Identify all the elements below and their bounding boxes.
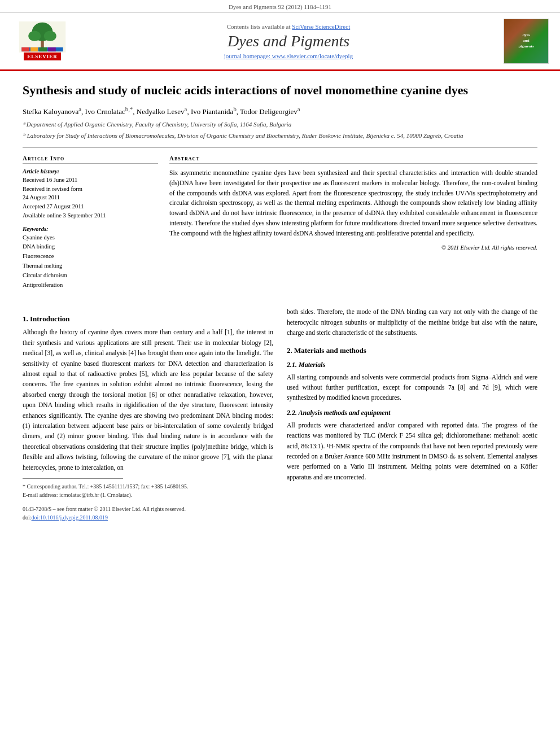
intro-para: Although the history of cyanine dyes cov… (23, 327, 273, 472)
affiliation-a: ᵃ Department of Applied Organic Chemistr… (23, 120, 537, 129)
copyright-text: © 2011 Elsevier Ltd. All rights reserved… (169, 244, 537, 251)
keyword-item: Cyanine dyes (23, 233, 158, 243)
svg-rect-6 (21, 47, 29, 51)
doi-link[interactable]: doi:10.1016/j.dyepig.2011.08.019 (32, 514, 108, 521)
article-info-panel: Article Info Article history: Received 1… (23, 155, 158, 296)
thumb-label: dyesandpigments (518, 33, 533, 49)
materials-heading: Materials and methods (294, 346, 366, 355)
footer-doi: doi:doi:10.1016/j.dyepig.2011.08.019 (23, 513, 273, 522)
footer-issn: 0143-7208/$ – see front matter © 2011 El… (23, 505, 273, 513)
materials-number: 2. (287, 346, 292, 355)
journal-reference-bar: Dyes and Pigments 92 (2012) 1184–1191 (0, 0, 560, 13)
right-intro-para: both sides. Therefore, the mode of the D… (287, 307, 537, 338)
sub2-number: 2.2. (287, 409, 297, 417)
main-content: Synthesis and study of nucleic acids int… (0, 71, 560, 533)
svg-rect-9 (48, 47, 56, 51)
body-right-col: both sides. Therefore, the mode of the D… (287, 307, 537, 521)
sub1-number: 2.1. (287, 361, 297, 369)
body-two-col: 1. Introduction Although the history of … (23, 307, 537, 521)
keywords-list: Cyanine dyes DNA binding Fluorescence Th… (23, 233, 158, 290)
sub1-heading: Materials (299, 361, 325, 369)
keyword-item: DNA binding (23, 242, 158, 252)
svg-point-3 (28, 30, 41, 41)
materials-sub1-title: 2.1. Materials (287, 361, 537, 369)
intro-number: 1. (23, 314, 28, 323)
footnote-corresponding: * Corresponding author. Tel.: +385 14561… (23, 482, 273, 491)
header-divider (23, 147, 537, 148)
keywords-section: Keywords: Cyanine dyes DNA binding Fluor… (23, 226, 158, 290)
intro-heading: Introduction (30, 314, 70, 323)
keyword-item: Antiproliferation (23, 281, 158, 290)
journal-title: Dyes and Pigments (73, 32, 504, 50)
abstract-heading: Abstract (169, 155, 537, 164)
article-title: Synthesis and study of nucleic acids int… (23, 82, 537, 99)
article-history: Article history: Received 16 June 2011 R… (23, 168, 158, 220)
footnote-email: E-mail address: icrnolatac@irb.hr (I. Cr… (23, 491, 273, 499)
keywords-label: Keywords: (23, 226, 158, 232)
available-date: Available online 3 September 2011 (23, 211, 158, 220)
svg-rect-7 (30, 47, 38, 51)
analysis-sub2-title: 2.2. Analysis methods and equipment (287, 409, 537, 417)
body-left-col: 1. Introduction Although the history of … (23, 307, 273, 521)
sciverse-text: Contents lists available at SciVerse Sci… (73, 23, 504, 30)
sub2-heading: Analysis methods and equipment (299, 409, 391, 417)
intro-title: 1. Introduction (23, 314, 273, 324)
abstract-text: Six asymmetric monomethine cyanine dyes … (169, 168, 537, 239)
materials-para: All starting compounds and solvents were… (287, 372, 537, 403)
journal-thumbnail: dyesandpigments (504, 19, 549, 64)
analysis-para: All products were characterized and/or c… (287, 420, 537, 482)
footnote-divider (23, 478, 123, 479)
body-text: 1. Introduction Although the history of … (23, 307, 537, 521)
article-info-heading: Article Info (23, 155, 158, 164)
abstract-panel: Abstract Six asymmetric monomethine cyan… (169, 155, 537, 296)
journal-reference-text: Dyes and Pigments 92 (2012) 1184–1191 (229, 3, 331, 10)
svg-rect-8 (40, 47, 47, 51)
materials-title: 2. Materials and methods (287, 346, 537, 355)
info-abstract-section: Article Info Article history: Received 1… (23, 155, 537, 296)
elsevier-logo: ELSEVIER (11, 21, 73, 62)
sciverse-link[interactable]: SciVerse ScienceDirect (292, 23, 350, 30)
history-label: Article history: (23, 168, 158, 174)
journal-center: Contents lists available at SciVerse Sci… (73, 23, 504, 59)
authors-line: Stefka Kaloyanovaa, Ivo Crnolatacb,*, Ne… (23, 106, 537, 116)
keyword-item: Fluorescence (23, 252, 158, 261)
elsevier-tree-icon (17, 21, 68, 53)
journal-header: ELSEVIER Contents lists available at Sci… (0, 13, 560, 71)
svg-point-4 (44, 30, 56, 41)
affiliation-b: ᵇ Laboratory for Study of Interactions o… (23, 131, 537, 141)
keyword-item: Circular dichroism (23, 271, 158, 281)
keyword-item: Thermal melting (23, 261, 158, 271)
received-date: Received 16 June 2011 (23, 176, 158, 185)
elsevier-brand-label: ELSEVIER (24, 53, 61, 60)
journal-homepage-link[interactable]: journal homepage: www.elsevier.com/locat… (73, 53, 504, 59)
revised-date: Received in revised form24 August 2011 (23, 185, 158, 203)
accepted-date: Accepted 27 August 2011 (23, 202, 158, 211)
